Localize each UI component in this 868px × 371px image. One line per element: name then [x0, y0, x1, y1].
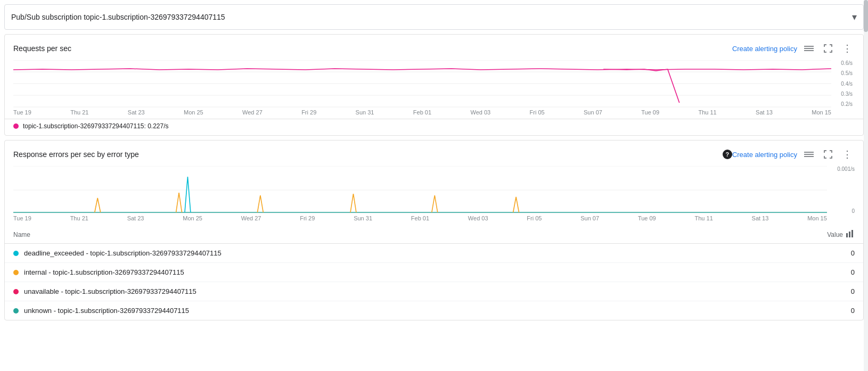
chart1-title: Requests per sec: [13, 44, 732, 53]
chart1-legend: topic-1.subscription-326979337294407115:…: [5, 119, 863, 135]
bar-chart-icon[interactable]: [846, 230, 855, 239]
chart2-title: Response errors per sec by error type: [13, 150, 719, 159]
x-label: Sat 13: [752, 215, 769, 221]
chart1-header: Requests per sec Create alerting policy …: [5, 35, 863, 60]
x-label: Sun 07: [580, 215, 599, 221]
legend-color-dot: [13, 123, 19, 129]
x-label: Tue 09: [641, 109, 659, 116]
fullscreen-icon-2[interactable]: [821, 147, 836, 162]
x-label: Sun 31: [354, 215, 372, 221]
more-icon-1[interactable]: ⋮: [840, 41, 855, 56]
row-label: internal - topic-1.subscription-32697933…: [24, 268, 812, 276]
table-row: deadline_exceeded - topic-1.subscription…: [5, 244, 863, 263]
table-row: unknown - topic-1.subscription-326979337…: [5, 301, 863, 320]
x-label: Thu 21: [70, 215, 88, 221]
chart2-x-axis: Tue 19 Thu 21 Sat 23 Mon 25 Wed 27 Fri 2…: [5, 214, 863, 226]
x-label: Thu 11: [695, 215, 713, 221]
x-label: Thu 21: [70, 109, 88, 116]
x-label: Feb 01: [413, 109, 431, 116]
x-label: Wed 27: [242, 109, 263, 116]
scrollbar-thumb[interactable]: [864, 0, 868, 32]
y-label-1-5: 0.2/s: [833, 101, 853, 107]
table-row: internal - topic-1.subscription-32697933…: [5, 263, 863, 282]
row-label: unknown - topic-1.subscription-326979337…: [24, 307, 812, 315]
y2-label-1: 0.001/s: [829, 166, 855, 172]
row-color-dot: [13, 251, 19, 256]
x-label: Mon 15: [807, 215, 827, 221]
y-label-1-4: 0.3/s: [833, 91, 853, 97]
chart1-svg: [13, 60, 831, 108]
row-color-dot: [13, 308, 19, 314]
y-label-1-3: 0.4/s: [833, 81, 853, 87]
svg-rect-17: [851, 230, 853, 237]
svg-rect-15: [846, 233, 848, 237]
x-label: Thu 11: [698, 109, 716, 116]
x-label: Tue 19: [13, 109, 31, 116]
x-label: Tue 19: [13, 215, 31, 221]
chart1-x-axis: Tue 19 Thu 21 Sat 23 Mon 25 Wed 27 Fri 2…: [5, 108, 863, 119]
legend-icon-2[interactable]: [801, 147, 816, 162]
more-icon-2[interactable]: ⋮: [840, 147, 855, 162]
chart2-header: Response errors per sec by error type ? …: [5, 141, 863, 166]
chart1-actions: Create alerting policy ⋮: [732, 41, 855, 56]
x-label: Sat 13: [756, 109, 773, 116]
y2-label-3: 0: [829, 208, 855, 214]
row-color-dot: [13, 270, 19, 275]
legend-text: topic-1.subscription-326979337294407115:…: [23, 122, 169, 130]
x-label: Sun 07: [584, 109, 602, 116]
col-name-header: Name: [13, 231, 812, 238]
table-header: Name Value: [5, 226, 863, 244]
table-row: unavailable - topic-1.subscription-32697…: [5, 282, 863, 301]
x-label: Mon 25: [183, 215, 202, 221]
subscription-dropdown[interactable]: Pub/Sub subscription topic-1.subscriptio…: [4, 4, 864, 30]
x-label: Fri 29: [301, 109, 316, 116]
col-value-header: Value: [812, 230, 855, 239]
x-label: Fri 05: [527, 215, 542, 221]
y-label-1-2: 0.5/s: [833, 70, 853, 76]
x-label: Tue 09: [638, 215, 656, 221]
row-color-dot: [13, 289, 19, 294]
help-icon[interactable]: ?: [723, 150, 732, 159]
legend-icon-1[interactable]: [801, 41, 816, 56]
x-label: Fri 05: [530, 109, 545, 116]
x-label: Sat 23: [128, 109, 145, 116]
row-label: deadline_exceeded - topic-1.subscription…: [24, 249, 812, 257]
row-value: 0: [812, 307, 855, 315]
x-label: Mon 25: [184, 109, 203, 116]
create-alert-link-1[interactable]: Create alerting policy: [732, 45, 797, 53]
response-errors-panel: Response errors per sec by error type ? …: [4, 140, 864, 320]
requests-per-sec-panel: Requests per sec Create alerting policy …: [4, 34, 864, 136]
row-value: 0: [812, 249, 855, 257]
row-value: 0: [812, 268, 855, 276]
x-label: Fri 29: [300, 215, 315, 221]
chart2-actions: Create alerting policy ⋮: [732, 147, 855, 162]
x-label: Wed 03: [470, 109, 490, 116]
row-label: unavailable - topic-1.subscription-32697…: [24, 287, 812, 295]
x-label: Sat 23: [127, 215, 144, 221]
x-label: Wed 27: [241, 215, 261, 221]
x-label: Sun 31: [356, 109, 374, 116]
x-label: Mon 15: [812, 109, 831, 116]
x-label: Wed 03: [468, 215, 488, 221]
scrollbar[interactable]: [864, 0, 868, 325]
x-label: Feb 01: [411, 215, 429, 221]
chevron-down-icon: ▾: [852, 11, 857, 23]
svg-rect-16: [849, 232, 850, 237]
fullscreen-icon-1[interactable]: [821, 41, 836, 56]
chart2-svg: [13, 166, 827, 214]
dropdown-label: Pub/Sub subscription topic-1.subscriptio…: [11, 13, 852, 21]
row-value: 0: [812, 287, 855, 295]
y-label-1-1: 0.6/s: [833, 60, 853, 66]
create-alert-link-2[interactable]: Create alerting policy: [732, 151, 797, 159]
